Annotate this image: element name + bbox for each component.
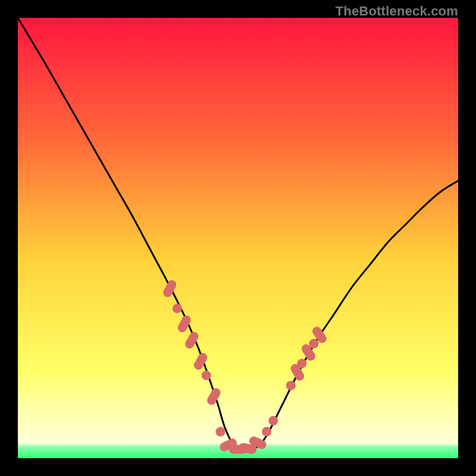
data-marker-dot	[215, 427, 225, 437]
data-marker-dot	[173, 303, 182, 313]
data-marker-dot	[309, 339, 318, 349]
plot-area	[18, 18, 458, 458]
data-marker-dot	[268, 416, 278, 425]
data-marker-dot	[202, 371, 211, 380]
attribution-text: TheBottleneck.com	[336, 4, 458, 19]
data-marker-dot	[262, 427, 271, 437]
data-marker-dot	[286, 381, 296, 390]
bottleneck-chart-svg	[18, 18, 458, 458]
data-marker-dot	[297, 359, 306, 368]
chart-frame	[18, 18, 458, 458]
